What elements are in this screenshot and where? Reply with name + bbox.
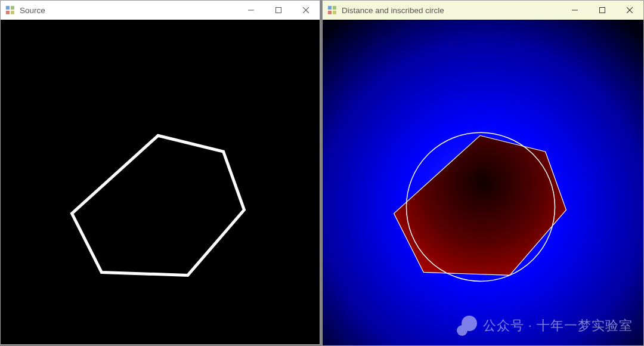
app-icon — [327, 5, 337, 15]
titlebar-source[interactable]: Source — [1, 1, 320, 20]
client-area-distance: 公众号 · 十年一梦实验室 — [323, 20, 643, 345]
desktop: Source — [0, 0, 644, 346]
client-area-source — [1, 20, 320, 344]
distance-canvas — [323, 20, 643, 345]
svg-rect-2 — [6, 11, 10, 14]
source-canvas — [1, 20, 320, 344]
minimize-icon — [572, 6, 578, 15]
close-button[interactable] — [616, 1, 643, 20]
maximize-button[interactable] — [589, 1, 616, 20]
window-source: Source — [0, 0, 320, 345]
titlebar-distance[interactable]: Distance and inscribed circle — [323, 1, 643, 20]
minimize-icon — [248, 6, 254, 15]
maximize-button[interactable] — [265, 1, 292, 20]
svg-rect-10 — [333, 6, 336, 10]
close-icon — [303, 6, 309, 15]
svg-rect-1 — [11, 6, 14, 10]
minimize-button[interactable] — [561, 1, 589, 20]
svg-rect-12 — [333, 11, 336, 14]
svg-rect-0 — [6, 6, 10, 10]
watermark-text: 公众号 · 十年一梦实验室 — [483, 317, 633, 335]
maximize-icon — [275, 6, 281, 15]
minimize-button[interactable] — [237, 1, 265, 20]
wechat-icon — [457, 316, 477, 336]
maximize-icon — [599, 6, 605, 15]
close-icon — [627, 6, 633, 15]
svg-rect-8 — [1, 20, 320, 344]
close-button[interactable] — [292, 1, 320, 20]
watermark: 公众号 · 十年一梦实验室 — [457, 316, 633, 336]
svg-rect-14 — [600, 7, 605, 13]
svg-rect-3 — [11, 11, 14, 14]
svg-rect-5 — [276, 7, 281, 13]
window-title: Source — [20, 6, 45, 15]
svg-rect-11 — [328, 11, 332, 14]
svg-rect-9 — [328, 6, 332, 10]
app-icon — [5, 5, 15, 15]
window-title: Distance and inscribed circle — [342, 6, 444, 15]
window-distance: Distance and inscribed circle — [322, 0, 644, 346]
